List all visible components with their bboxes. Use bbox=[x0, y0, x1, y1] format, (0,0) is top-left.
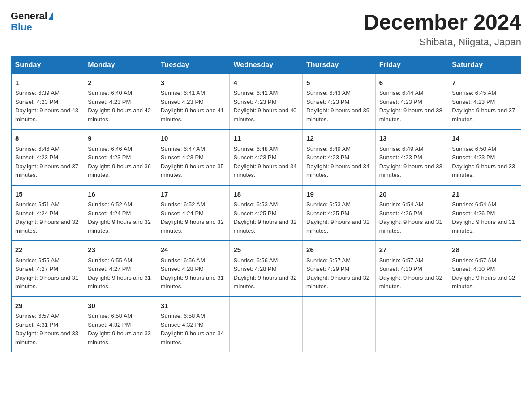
day-sunset: Sunset: 4:23 PM bbox=[452, 154, 495, 161]
day-daylight: Daylight: 9 hours and 38 minutes. bbox=[379, 107, 442, 123]
day-number: 16 bbox=[88, 189, 153, 200]
day-number: 17 bbox=[161, 189, 226, 200]
day-sunrise: Sunrise: 6:39 AM bbox=[15, 90, 60, 96]
calendar-subtitle: Shibata, Niigata, Japan bbox=[364, 36, 521, 48]
day-daylight: Daylight: 9 hours and 31 minutes. bbox=[15, 274, 78, 290]
day-sunset: Sunset: 4:27 PM bbox=[15, 265, 58, 272]
day-daylight: Daylight: 9 hours and 39 minutes. bbox=[306, 107, 369, 123]
day-sunset: Sunset: 4:23 PM bbox=[379, 154, 422, 161]
table-cell: 25Sunrise: 6:56 AMSunset: 4:28 PMDayligh… bbox=[230, 241, 303, 297]
day-sunset: Sunset: 4:23 PM bbox=[233, 98, 276, 105]
table-cell: 13Sunrise: 6:49 AMSunset: 4:23 PMDayligh… bbox=[375, 129, 448, 185]
day-daylight: Daylight: 9 hours and 34 minutes. bbox=[306, 163, 369, 179]
day-sunrise: Sunrise: 6:57 AM bbox=[15, 313, 60, 319]
day-sunset: Sunset: 4:24 PM bbox=[15, 210, 58, 217]
day-daylight: Daylight: 9 hours and 32 minutes. bbox=[379, 274, 442, 290]
day-daylight: Daylight: 9 hours and 32 minutes. bbox=[88, 218, 151, 234]
table-cell: 17Sunrise: 6:52 AMSunset: 4:24 PMDayligh… bbox=[157, 185, 230, 241]
day-number: 18 bbox=[233, 189, 299, 200]
day-daylight: Daylight: 9 hours and 31 minutes. bbox=[452, 218, 515, 234]
table-cell: 8Sunrise: 6:46 AMSunset: 4:23 PMDaylight… bbox=[11, 129, 84, 185]
day-sunset: Sunset: 4:31 PM bbox=[15, 321, 58, 328]
day-sunrise: Sunrise: 6:48 AM bbox=[233, 146, 278, 152]
day-daylight: Daylight: 9 hours and 43 minutes. bbox=[15, 107, 78, 123]
day-daylight: Daylight: 9 hours and 32 minutes. bbox=[15, 218, 78, 234]
day-sunset: Sunset: 4:32 PM bbox=[88, 321, 131, 328]
day-number: 6 bbox=[379, 78, 445, 88]
day-number: 14 bbox=[452, 133, 517, 144]
day-number: 13 bbox=[379, 133, 445, 144]
day-daylight: Daylight: 9 hours and 33 minutes. bbox=[88, 330, 151, 346]
header-sunday: Sunday bbox=[11, 56, 84, 74]
table-cell bbox=[375, 297, 448, 352]
logo-blue-text: Blue bbox=[11, 21, 32, 33]
day-daylight: Daylight: 9 hours and 31 minutes. bbox=[161, 274, 224, 290]
table-cell: 2Sunrise: 6:40 AMSunset: 4:23 PMDaylight… bbox=[84, 74, 157, 130]
day-sunset: Sunset: 4:23 PM bbox=[452, 98, 495, 105]
day-number: 21 bbox=[452, 189, 517, 200]
table-cell: 3Sunrise: 6:41 AMSunset: 4:23 PMDaylight… bbox=[157, 74, 230, 130]
table-cell: 14Sunrise: 6:50 AMSunset: 4:23 PMDayligh… bbox=[448, 129, 521, 185]
day-sunset: Sunset: 4:26 PM bbox=[379, 210, 422, 217]
day-number: 28 bbox=[452, 245, 517, 255]
day-sunrise: Sunrise: 6:40 AM bbox=[88, 90, 132, 96]
table-cell: 15Sunrise: 6:51 AMSunset: 4:24 PMDayligh… bbox=[11, 185, 84, 241]
day-number: 1 bbox=[15, 78, 80, 88]
table-cell: 12Sunrise: 6:49 AMSunset: 4:23 PMDayligh… bbox=[303, 129, 376, 185]
day-sunset: Sunset: 4:30 PM bbox=[452, 265, 495, 272]
header-monday: Monday bbox=[84, 56, 157, 74]
day-sunrise: Sunrise: 6:55 AM bbox=[88, 257, 132, 264]
day-number: 4 bbox=[233, 78, 299, 88]
day-number: 29 bbox=[15, 301, 80, 311]
day-sunset: Sunset: 4:28 PM bbox=[233, 265, 276, 272]
day-sunset: Sunset: 4:23 PM bbox=[161, 98, 204, 105]
table-cell: 24Sunrise: 6:56 AMSunset: 4:28 PMDayligh… bbox=[157, 241, 230, 297]
table-cell: 4Sunrise: 6:42 AMSunset: 4:23 PMDaylight… bbox=[230, 74, 303, 130]
day-sunrise: Sunrise: 6:41 AM bbox=[161, 90, 205, 96]
day-daylight: Daylight: 9 hours and 36 minutes. bbox=[88, 163, 151, 179]
day-daylight: Daylight: 9 hours and 41 minutes. bbox=[161, 107, 224, 123]
day-sunrise: Sunrise: 6:57 AM bbox=[379, 257, 424, 264]
day-number: 10 bbox=[161, 133, 226, 144]
day-number: 11 bbox=[233, 133, 299, 144]
title-area: December 2024 Shibata, Niigata, Japan bbox=[364, 11, 521, 48]
day-sunrise: Sunrise: 6:58 AM bbox=[88, 313, 132, 319]
day-number: 23 bbox=[88, 245, 153, 255]
day-number: 7 bbox=[452, 78, 517, 88]
day-daylight: Daylight: 9 hours and 33 minutes. bbox=[452, 163, 515, 179]
table-cell: 19Sunrise: 6:53 AMSunset: 4:25 PMDayligh… bbox=[303, 185, 376, 241]
table-cell bbox=[303, 297, 376, 352]
logo-triangle-icon bbox=[48, 12, 53, 20]
day-sunrise: Sunrise: 6:54 AM bbox=[452, 201, 496, 208]
day-sunrise: Sunrise: 6:43 AM bbox=[306, 90, 351, 96]
page-header: General Blue December 2024 Shibata, Niig… bbox=[11, 11, 521, 48]
day-daylight: Daylight: 9 hours and 31 minutes. bbox=[379, 218, 442, 234]
day-daylight: Daylight: 9 hours and 33 minutes. bbox=[379, 163, 442, 179]
week-row-1: 1Sunrise: 6:39 AMSunset: 4:23 PMDaylight… bbox=[11, 74, 521, 130]
day-sunrise: Sunrise: 6:44 AM bbox=[379, 90, 424, 96]
day-sunrise: Sunrise: 6:57 AM bbox=[306, 257, 351, 264]
day-sunset: Sunset: 4:23 PM bbox=[233, 154, 276, 161]
day-sunset: Sunset: 4:23 PM bbox=[379, 98, 422, 105]
header-tuesday: Tuesday bbox=[157, 56, 230, 74]
table-cell: 21Sunrise: 6:54 AMSunset: 4:26 PMDayligh… bbox=[448, 185, 521, 241]
calendar-title: December 2024 bbox=[364, 11, 521, 34]
day-sunrise: Sunrise: 6:47 AM bbox=[161, 146, 205, 152]
day-sunset: Sunset: 4:23 PM bbox=[306, 98, 349, 105]
day-sunset: Sunset: 4:25 PM bbox=[306, 210, 349, 217]
day-sunrise: Sunrise: 6:54 AM bbox=[379, 201, 424, 208]
day-sunset: Sunset: 4:29 PM bbox=[306, 265, 349, 272]
day-daylight: Daylight: 9 hours and 40 minutes. bbox=[233, 107, 296, 123]
header-saturday: Saturday bbox=[448, 56, 521, 74]
header-thursday: Thursday bbox=[303, 56, 376, 74]
day-sunset: Sunset: 4:28 PM bbox=[161, 265, 204, 272]
table-cell: 9Sunrise: 6:46 AMSunset: 4:23 PMDaylight… bbox=[84, 129, 157, 185]
day-sunrise: Sunrise: 6:46 AM bbox=[88, 146, 132, 152]
week-row-3: 15Sunrise: 6:51 AMSunset: 4:24 PMDayligh… bbox=[11, 185, 521, 241]
day-sunset: Sunset: 4:27 PM bbox=[88, 265, 131, 272]
day-sunset: Sunset: 4:24 PM bbox=[161, 210, 204, 217]
day-number: 27 bbox=[379, 245, 445, 255]
day-sunset: Sunset: 4:30 PM bbox=[379, 265, 422, 272]
day-sunrise: Sunrise: 6:45 AM bbox=[452, 90, 496, 96]
table-cell: 11Sunrise: 6:48 AMSunset: 4:23 PMDayligh… bbox=[230, 129, 303, 185]
